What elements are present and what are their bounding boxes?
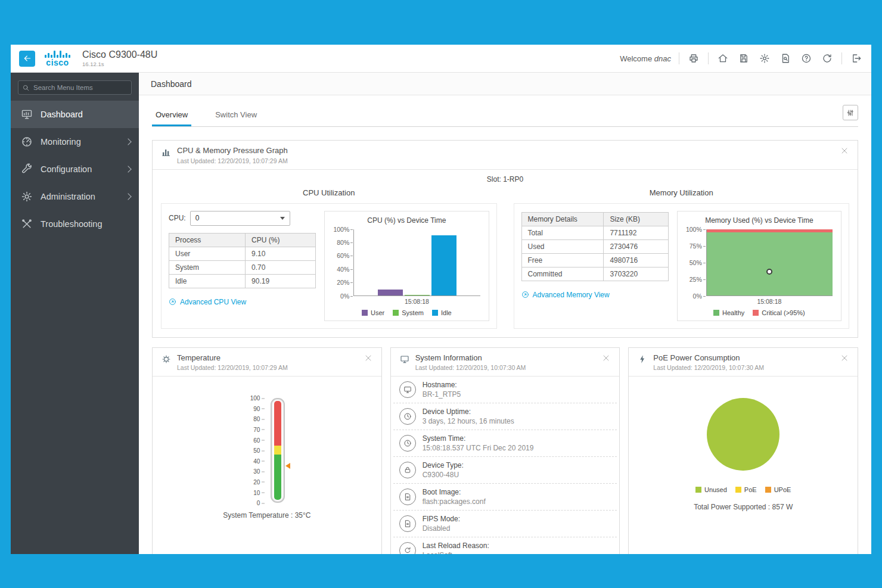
save-config-button[interactable] — [737, 52, 750, 65]
gauge-icon — [20, 136, 33, 148]
cpu-select-label: CPU: — [169, 214, 186, 222]
header-actions: Welcome dnac — [620, 52, 863, 65]
last-updated: Last Updated: 12/20/2019, 10:07:29 AM — [177, 157, 288, 164]
sliders-icon — [847, 108, 854, 117]
external-link-icon — [169, 298, 176, 306]
chevron-down-icon — [280, 217, 285, 220]
gear-icon — [20, 191, 33, 203]
lightning-icon — [637, 354, 648, 365]
sidebar-item-monitoring[interactable]: Monitoring — [11, 128, 139, 155]
thermometer-gauge: 1009080706050403020100 — [249, 398, 285, 503]
monitor-icon — [399, 381, 416, 398]
chevron-right-icon — [125, 138, 131, 145]
welcome-text: Welcome dnac — [620, 54, 671, 63]
close-temperature-card-button[interactable] — [364, 353, 373, 363]
printer-icon — [688, 53, 699, 64]
card-title: PoE Power Consumption — [653, 353, 764, 363]
system-information-card: System Information Last Updated: 12/20/2… — [390, 347, 620, 554]
table-row: Committed3703220 — [521, 267, 668, 281]
temperature-marker — [282, 463, 290, 469]
poe-power-card: PoE Power Consumption Last Updated: 12/2… — [628, 347, 858, 554]
cpu-chart-legend: UserSystemIdle — [331, 309, 482, 316]
last-updated: Last Updated: 12/20/2019, 10:07:30 AM — [653, 364, 764, 371]
back-button[interactable] — [19, 51, 35, 67]
sidebar-item-dashboard[interactable]: Dashboard — [11, 101, 139, 128]
app-window: cisco Cisco C9300-48U 16.12.1s Welcome d… — [11, 45, 871, 554]
help-icon — [801, 53, 812, 64]
close-icon — [841, 147, 848, 154]
cpu-memory-card: CPU & Memory Pressure Graph Last Updated… — [152, 140, 858, 338]
memory-utilization-section: Memory Utilization Memory Details Size (… — [505, 185, 858, 337]
sidebar: Dashboard Monitoring Configuration — [11, 73, 139, 554]
list-item: Device Uptime:3 days, 12 hours, 16 minut… — [393, 403, 617, 430]
sidebar-item-configuration[interactable]: Configuration — [11, 155, 139, 183]
close-poe-card-button[interactable] — [840, 353, 849, 363]
table-row: Used2730476 — [521, 239, 668, 253]
sidebar-item-label: Troubleshooting — [41, 219, 102, 229]
clock-icon — [399, 408, 416, 425]
close-cpu-card-button[interactable] — [840, 146, 849, 155]
memory-area-chart: Memory Used (%) vs Device Time 100%75%50… — [677, 211, 841, 321]
page-title: Cisco C9300-48U — [82, 49, 157, 60]
print-button[interactable] — [687, 52, 700, 65]
config-audit-button[interactable] — [779, 52, 792, 65]
sidebar-item-label: Configuration — [41, 164, 92, 174]
dashboard-settings-button[interactable] — [843, 105, 858, 120]
system-info-list: Hostname:BR-1_RTP5 Device Uptime:3 days,… — [391, 377, 620, 554]
cisco-wordmark: cisco — [46, 58, 69, 67]
cpu-select[interactable]: 0 — [190, 211, 290, 226]
tab-overview[interactable]: Overview — [152, 110, 191, 126]
bar-chart-icon — [161, 147, 172, 157]
chevron-right-icon — [125, 193, 131, 200]
wrench-icon — [20, 163, 33, 176]
device-title-block: Cisco C9300-48U 16.12.1s — [82, 49, 157, 67]
close-system-info-card-button[interactable] — [601, 353, 611, 363]
sidebar-item-administration[interactable]: Administration — [11, 183, 139, 210]
arrow-left-icon — [23, 54, 32, 63]
table-row: Free4980716 — [521, 253, 668, 267]
screen: { "frame_color": "#17a3dd", "header": { … — [0, 0, 882, 588]
top-header: cisco Cisco C9300-48U 16.12.1s Welcome d… — [11, 45, 871, 73]
table-row: Total7711192 — [521, 226, 668, 239]
search-input[interactable] — [18, 80, 132, 95]
logout-icon — [851, 53, 862, 64]
file-icon — [399, 489, 416, 505]
settings-button[interactable] — [758, 52, 771, 65]
clock-icon — [399, 435, 416, 452]
home-icon — [718, 53, 728, 64]
table-row: User9.10 — [169, 247, 316, 260]
logout-button[interactable] — [850, 52, 863, 65]
list-item: Boot Image:flash:packages.conf — [393, 484, 617, 511]
tools-icon — [20, 218, 33, 231]
gear-icon — [759, 53, 770, 64]
main-area: Dashboard Overview Switch View — [139, 73, 871, 554]
poe-pie-chart — [707, 398, 779, 471]
tab-switch-view[interactable]: Switch View — [212, 110, 260, 126]
close-icon — [365, 354, 372, 362]
breadcrumb: Dashboard — [139, 73, 871, 95]
advanced-memory-view-link[interactable]: Advanced Memory View — [521, 291, 610, 299]
dashboard-content: Overview Switch View CPU & Memory Pressu… — [139, 95, 871, 554]
home-button[interactable] — [716, 52, 729, 65]
divider — [841, 52, 842, 64]
search-icon — [22, 84, 30, 92]
close-icon — [841, 354, 848, 362]
thermometer-tube — [271, 398, 285, 503]
system-temperature-label: System Temperature : 35°C — [223, 511, 310, 519]
cpu-process-table: Process CPU (%) User9.10 System0.70 Idle… — [169, 233, 316, 288]
x-axis-label: 15:08:18 — [684, 298, 835, 305]
list-item: FIPS Mode:Disabled — [393, 511, 617, 537]
section-title: CPU Utilization — [161, 188, 497, 197]
temperature-icon — [161, 354, 172, 365]
refresh-icon — [822, 53, 833, 64]
tab-bar: Overview Switch View — [152, 107, 858, 127]
document-search-icon — [780, 53, 791, 64]
cisco-bars-icon — [45, 51, 70, 58]
list-item: Last Reload Reason:LocalSoft — [393, 537, 617, 554]
sidebar-item-troubleshooting[interactable]: Troubleshooting — [11, 210, 139, 238]
section-title: Memory Utilization — [514, 188, 850, 197]
refresh-button[interactable] — [821, 52, 834, 65]
lock-icon — [399, 462, 416, 478]
help-button[interactable] — [800, 52, 813, 65]
advanced-cpu-view-link[interactable]: Advanced CPU View — [169, 298, 246, 306]
